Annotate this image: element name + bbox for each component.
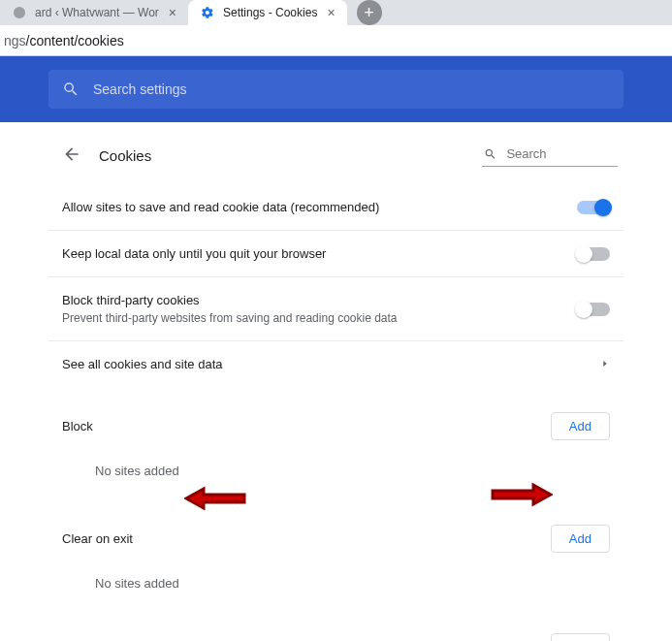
toggle-allow-save-cookies[interactable] <box>577 201 610 214</box>
add-block-button[interactable]: Add <box>551 412 610 440</box>
row-see-all-cookies[interactable]: See all cookies and site data <box>48 340 624 387</box>
add-allow-button[interactable]: Add <box>551 633 610 641</box>
close-icon[interactable]: × <box>167 6 178 19</box>
search-icon <box>484 146 496 162</box>
cookies-panel: Cookies Allow sites to save and read coo… <box>48 122 624 641</box>
settings-toolbar: Search settings <box>0 56 672 122</box>
section-title: Block <box>62 419 93 433</box>
gear-icon <box>200 6 215 19</box>
tab-strip: ard ‹ Whatvwant — Wor × Settings - Cooki… <box>0 0 672 25</box>
close-icon[interactable]: × <box>325 6 336 19</box>
clear-empty-text: No sites added <box>48 562 624 604</box>
row-keep-local-until-quit: Keep local data only until you quit your… <box>48 230 624 276</box>
tab-title: ard ‹ Whatvwant — Wor <box>35 6 159 19</box>
section-clear-on-exit-header: Clear on exit Add <box>48 492 624 562</box>
page-title: Cookies <box>99 147 151 164</box>
address-bar[interactable]: ngs/content/cookies <box>0 25 672 56</box>
toggle-keep-local-until-quit[interactable] <box>577 247 610 261</box>
favicon-generic <box>12 6 27 19</box>
row-block-third-party: Block third-party cookies Prevent third-… <box>48 276 624 340</box>
toggle-block-third-party[interactable] <box>577 303 610 316</box>
row-label: Keep local data only until you quit your… <box>62 246 577 261</box>
tab-settings-cookies[interactable]: Settings - Cookies × <box>188 0 347 25</box>
url-path: /content/cookies <box>26 33 124 48</box>
row-label: Allow sites to save and read cookie data… <box>62 200 577 214</box>
row-allow-save-cookies: Allow sites to save and read cookie data… <box>48 180 624 230</box>
chevron-right-icon <box>600 357 610 371</box>
block-empty-text: No sites added <box>48 450 624 492</box>
new-tab-button[interactable]: + <box>357 0 382 25</box>
svg-point-0 <box>14 7 25 18</box>
row-sublabel: Prevent third-party websites from saving… <box>62 311 577 325</box>
section-allow-header: Allow Add <box>48 604 624 641</box>
row-label: See all cookies and site data <box>62 357 600 371</box>
url-host-fragment: ngs <box>4 33 26 48</box>
search-icon <box>62 80 80 98</box>
section-block-header: Block Add <box>48 387 624 450</box>
panel-header: Cookies <box>48 136 624 180</box>
in-page-search[interactable] <box>482 144 618 167</box>
in-page-search-input[interactable] <box>504 145 616 162</box>
tab-whatvwant[interactable]: ard ‹ Whatvwant — Wor × <box>0 0 188 25</box>
search-settings-placeholder: Search settings <box>93 81 187 97</box>
tab-title: Settings - Cookies <box>223 6 317 19</box>
back-arrow-icon[interactable] <box>62 144 81 167</box>
add-clear-on-exit-button[interactable]: Add <box>551 525 610 553</box>
row-label: Block third-party cookies <box>62 293 577 307</box>
search-settings-input[interactable]: Search settings <box>48 70 624 109</box>
section-title: Clear on exit <box>62 531 133 546</box>
